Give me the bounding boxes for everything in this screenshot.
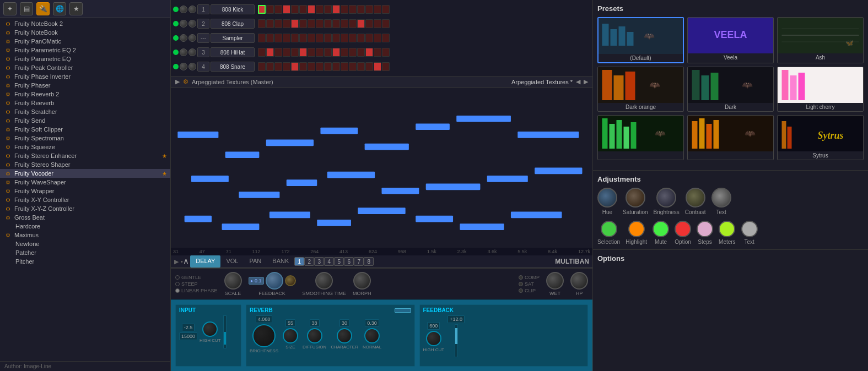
saturation-knob[interactable] (626, 188, 645, 208)
seq-pad[interactable] (291, 19, 299, 28)
seq-pad[interactable] (308, 34, 315, 42)
seq-name[interactable]: 808 Kick (211, 4, 255, 14)
fb-knob[interactable] (426, 331, 441, 346)
meters-color[interactable] (719, 221, 735, 237)
bank-3[interactable]: 3 (314, 257, 324, 266)
seq-pad[interactable] (332, 62, 340, 71)
sidebar-item-fruitystereoshaper[interactable]: ⚙Fruity Stereo Shaper (0, 160, 170, 169)
seq-pad[interactable] (308, 19, 315, 28)
seq-pad[interactable] (365, 5, 373, 14)
sidebar-item-fruityvocoder[interactable]: ⚙Fruity Vocoder★ (0, 169, 170, 178)
rev-diffusion-knob[interactable] (307, 328, 322, 343)
radio-gentle[interactable] (175, 275, 180, 280)
seq-pad[interactable] (316, 19, 324, 28)
clip-led[interactable] (519, 288, 523, 293)
sidebar-item-fruitywaveshaper[interactable]: ⚙Fruity WaveShaper (0, 178, 170, 187)
sidebar-item-fruitywrapper[interactable]: ⚙Fruity Wrapper (0, 187, 170, 195)
preset-dark[interactable]: 🦇 Dark (687, 67, 774, 112)
sidebar-item-fruitypeakcontroller[interactable]: ⚙Fruity Peak Controller (0, 63, 170, 72)
seq-pad[interactable] (274, 62, 282, 71)
pattern-prev[interactable]: ◀ (576, 78, 580, 85)
preset-sytrus[interactable]: Sytrus Sytrus (777, 115, 864, 160)
seq-pad[interactable] (349, 62, 357, 71)
preset-dark-orange[interactable]: 🦇 Dark orange (597, 67, 684, 112)
seq-pad[interactable] (365, 19, 373, 28)
option-color[interactable] (675, 221, 691, 237)
seq-pan-knob[interactable] (188, 48, 196, 56)
hue-knob[interactable] (597, 188, 617, 208)
seq-pad[interactable] (316, 34, 324, 42)
seq-pad[interactable] (332, 19, 340, 28)
seq-name[interactable]: 808 Snare (211, 62, 255, 72)
seq-pad[interactable] (374, 19, 381, 28)
sat-led[interactable] (519, 282, 523, 286)
preset-light-cherry[interactable]: Light cherry (777, 67, 864, 112)
preset-veela[interactable]: VEELA Veela (687, 17, 774, 63)
seq-pad[interactable] (324, 5, 332, 14)
seq-pad[interactable] (258, 34, 266, 42)
sidebar-item-fruityspectroman[interactable]: ⚙Fruity Spectroman (0, 134, 170, 143)
seq-led[interactable] (173, 64, 179, 69)
seq-pad[interactable] (266, 5, 274, 14)
seq-led[interactable] (173, 21, 179, 26)
seq-pad[interactable] (332, 34, 340, 42)
seq-pad[interactable] (324, 48, 332, 57)
seq-pad[interactable] (357, 19, 365, 28)
seq-num[interactable]: 1 (197, 4, 209, 14)
seq-pad[interactable] (266, 34, 274, 42)
bank-4[interactable]: 4 (324, 257, 334, 266)
tab-pan[interactable]: PAN (244, 255, 267, 268)
seq-pad[interactable] (299, 48, 307, 57)
sidebar-item-fruityreeverb[interactable]: ⚙Fruity Reeverb (0, 99, 170, 107)
sidebar-item-newtone[interactable]: Newtone (0, 239, 170, 248)
seq-pan-knob[interactable] (188, 63, 196, 70)
sidebar-item-grossbeat[interactable]: ⚙Gross Beat (0, 213, 170, 222)
preset-default[interactable]: 🦇 (Default) (597, 17, 684, 63)
bank-5[interactable]: 5 (334, 257, 344, 266)
sidebar-item-fruitysend[interactable]: ⚙Fruity Send (0, 116, 170, 125)
seq-pad[interactable] (316, 5, 324, 14)
seq-pad[interactable] (382, 5, 390, 14)
sidebar-item-fruityreeverb2[interactable]: ⚙Fruity Reeverb 2 (0, 90, 170, 99)
seq-pad[interactable] (332, 5, 340, 14)
seq-pad[interactable] (349, 48, 357, 57)
seq-pad[interactable] (299, 19, 307, 28)
feedback-knob2[interactable] (285, 275, 296, 286)
preset-green[interactable]: 🦇 (597, 115, 684, 160)
pattern-expand-arrow[interactable]: ▶ (175, 78, 180, 85)
seq-num[interactable]: 3 (197, 47, 209, 57)
seq-pad[interactable] (291, 34, 299, 42)
seq-pad[interactable] (365, 62, 373, 71)
sidebar-btn-star[interactable]: ★ (69, 2, 83, 15)
seq-led[interactable] (173, 7, 179, 12)
seq-pad[interactable] (308, 5, 315, 14)
seq-pad[interactable] (382, 62, 390, 71)
comp-led[interactable] (519, 275, 523, 280)
seq-name[interactable]: 808 Clap (211, 19, 255, 29)
selection-color[interactable] (601, 221, 617, 237)
sidebar-item-fruityx-ycontroller[interactable]: ⚙Fruity X-Y Controller (0, 195, 170, 204)
seq-vol-knob[interactable] (180, 48, 187, 56)
brightness-knob[interactable] (656, 188, 676, 208)
sidebar-item-fruityphaser[interactable]: ⚙Fruity Phaser (0, 81, 170, 90)
seq-pad[interactable] (332, 48, 340, 57)
seq-pad[interactable] (308, 62, 315, 71)
seq-pan-knob[interactable] (188, 34, 196, 42)
hp-knob[interactable] (570, 272, 588, 290)
seq-pad[interactable] (258, 62, 266, 71)
sidebar-item-fruitystereoenhancer[interactable]: ⚙Fruity Stereo Enhancer★ (0, 151, 170, 160)
pattern-gear-icon[interactable]: ⚙ (183, 78, 188, 85)
text-knob[interactable] (711, 188, 731, 208)
seq-pad[interactable] (341, 48, 348, 57)
plugin-nav-arrow[interactable]: ▶ (174, 258, 179, 265)
sidebar-item-pitcher[interactable]: Pitcher (0, 257, 170, 266)
seq-pad[interactable] (274, 48, 282, 57)
seq-pad[interactable] (299, 34, 307, 42)
rev-knob5[interactable] (364, 328, 380, 343)
radio-steep[interactable] (175, 282, 180, 286)
sidebar-btn-file[interactable]: ▤ (20, 2, 33, 15)
seq-pad[interactable] (291, 5, 299, 14)
seq-pad[interactable] (349, 5, 357, 14)
sidebar-item-patcher[interactable]: Patcher (0, 248, 170, 257)
radio-linear[interactable] (175, 288, 180, 293)
